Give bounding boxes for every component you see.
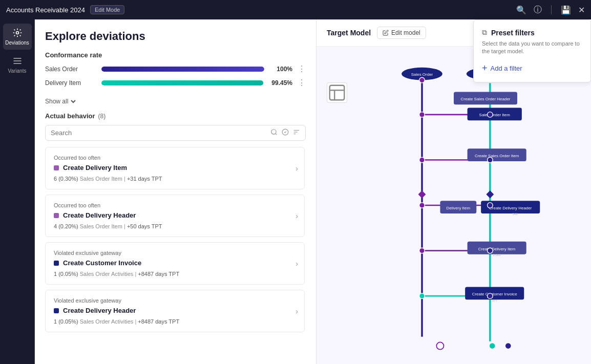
svg-point-34 <box>488 112 493 118</box>
card-arrow-0: › <box>296 164 298 173</box>
card-title-3: Create Delivery Header <box>54 307 296 314</box>
model-thumbnail[interactable] <box>327 82 347 103</box>
target-model-label: Target Model <box>327 29 371 37</box>
edit-model-label: Edit model <box>391 29 420 36</box>
rate-bar-container-sales-order <box>101 67 264 72</box>
edit-model-button[interactable]: Edit model <box>377 27 426 39</box>
search-icon[interactable]: 🔍 <box>516 5 526 15</box>
sidebar-item-deviations-label: Deviations <box>5 40 29 46</box>
main-layout: Deviations Variants Explore deviations C… <box>0 19 591 364</box>
rate-label-sales-order: Sales Order <box>45 66 96 73</box>
conformance-title: Conformance rate <box>45 51 306 59</box>
svg-point-0 <box>16 32 18 34</box>
color-dot-0 <box>54 165 59 170</box>
edit-mode-badge: Edit Mode <box>90 5 125 14</box>
card-name-1: Create Delivery Header <box>63 211 136 219</box>
svg-text:Create Sales Order Item: Create Sales Order Item <box>475 154 519 158</box>
card-title-2: Create Customer Invoice <box>54 259 296 267</box>
color-dot-2 <box>54 261 59 266</box>
process-map-svg: Sales Order Sales Order Ac... Sales Orde… <box>316 47 591 364</box>
sidebar-item-variants[interactable]: Variants <box>3 52 32 78</box>
behavior-count: (8) <box>98 113 106 120</box>
show-all-label: Show all <box>45 98 68 105</box>
svg-text:Delivery Item: Delivery Item <box>447 206 471 210</box>
svg-point-37 <box>419 203 425 208</box>
svg-point-33 <box>419 112 425 118</box>
svg-text:2,000: 2,000 <box>493 253 501 256</box>
deviation-card-0[interactable]: Occurred too often Create Delivery Item … <box>45 147 305 189</box>
card-title-0: Create Delivery Item <box>54 164 296 172</box>
preset-icon: ⧉ <box>482 28 487 37</box>
actual-behavior-header: Actual behavior (8) <box>45 112 306 120</box>
svg-point-4 <box>271 130 276 134</box>
help-icon[interactable]: ⓘ <box>534 5 542 15</box>
svg-text:Create Delivery Header: Create Delivery Header <box>489 206 532 210</box>
actual-behavior-title: Actual behavior <box>45 112 95 120</box>
rate-row-sales-order: Sales Order 100% ⋮ <box>45 64 306 74</box>
svg-point-46 <box>490 343 495 349</box>
sort-icon[interactable] <box>293 129 300 137</box>
cards-container: Occurred too often Create Delivery Item … <box>45 147 306 364</box>
svg-point-39 <box>419 248 425 253</box>
sidebar-item-variants-label: Variants <box>8 68 27 74</box>
close-icon[interactable]: ✕ <box>578 5 585 15</box>
svg-text:377: 377 <box>492 298 498 302</box>
card-arrow-1: › <box>296 212 298 220</box>
page-title: Explore deviations <box>45 30 306 43</box>
add-filter-label: Add a filter <box>491 65 522 72</box>
color-dot-1 <box>54 213 59 218</box>
rate-menu-sales-order[interactable]: ⋮ <box>298 64 306 74</box>
right-panel: Target Model Edit model Sales Order <box>316 19 591 364</box>
model-canvas: Sales Order Sales Order Ac... Sales Orde… <box>316 47 591 364</box>
deviation-card-3[interactable]: Violated exclusive gateway Create Delive… <box>45 290 305 332</box>
svg-text:Sales Order Item: Sales Order Item <box>479 113 511 117</box>
card-title-1: Create Delivery Header <box>54 211 296 219</box>
card-meta-1: 4 (0.20%) Sales Order Item | +50 days TP… <box>54 223 296 229</box>
conformance-section: Conformance rate Sales Order 100% ⋮ Deli… <box>45 51 306 92</box>
card-arrow-2: › <box>296 260 298 268</box>
svg-text:Create Sales Order Header: Create Sales Order Header <box>461 97 511 101</box>
chevron-down-icon <box>70 98 76 104</box>
sidebar-item-deviations[interactable]: Deviations <box>3 24 32 50</box>
card-meta-3: 1 (0.05%) Sales Order Activities | +8487… <box>54 318 296 325</box>
preset-filters-title: Preset filters <box>491 29 535 37</box>
rate-value-delivery-item: 99.45% <box>269 79 292 87</box>
svg-text:Sales Order: Sales Order <box>411 72 433 77</box>
svg-point-47 <box>505 343 511 349</box>
svg-rect-48 <box>330 85 345 100</box>
filter-check-icon[interactable] <box>282 129 289 137</box>
deviation-card-2[interactable]: Violated exclusive gateway Create Custom… <box>45 242 305 285</box>
sidebar: Deviations Variants <box>0 19 35 364</box>
rate-value-sales-order: 100% <box>269 66 292 73</box>
rate-bar-sales-order <box>101 67 264 72</box>
rate-menu-delivery-item[interactable]: ⋮ <box>298 78 306 88</box>
deviation-card-1[interactable]: Occurred too often Create Delivery Heade… <box>45 195 305 237</box>
card-type-1: Occurred too often <box>54 202 296 208</box>
app-title: Accounts Receivable 2024 <box>6 6 85 14</box>
card-arrow-3: › <box>296 307 298 315</box>
rate-label-delivery-item: Delivery Item <box>45 79 96 87</box>
search-submit-icon[interactable] <box>270 129 278 137</box>
save-icon[interactable]: 💾 <box>561 5 571 15</box>
svg-line-5 <box>276 134 277 135</box>
card-meta-0: 6 (0.30%) Sales Order Item | +31 days TP… <box>54 176 296 182</box>
show-all-button[interactable]: Show all <box>45 98 306 105</box>
search-bar <box>45 125 306 141</box>
preset-filters-subtitle: Select the data you want to compare to t… <box>482 40 582 56</box>
svg-text:348: 348 <box>512 212 518 216</box>
svg-point-35 <box>419 157 425 163</box>
svg-point-41 <box>419 293 425 299</box>
add-filter-button[interactable]: + Add a filter <box>482 63 582 74</box>
divider <box>551 5 552 14</box>
left-panel: Explore deviations Conformance rate Sale… <box>35 19 316 364</box>
svg-point-31 <box>419 77 425 83</box>
rate-bar-container-delivery-item <box>101 80 264 85</box>
svg-point-36 <box>488 157 493 163</box>
rate-bar-delivery-item <box>101 80 263 85</box>
svg-text:Create Delivery Item: Create Delivery Item <box>478 247 516 251</box>
card-type-3: Violated exclusive gateway <box>54 297 296 304</box>
search-input[interactable] <box>51 129 266 137</box>
preset-filters-panel: ⧉ Preset filters Select the data you wan… <box>473 19 591 82</box>
card-name-3: Create Delivery Header <box>63 307 136 314</box>
card-type-2: Violated exclusive gateway <box>54 250 296 256</box>
